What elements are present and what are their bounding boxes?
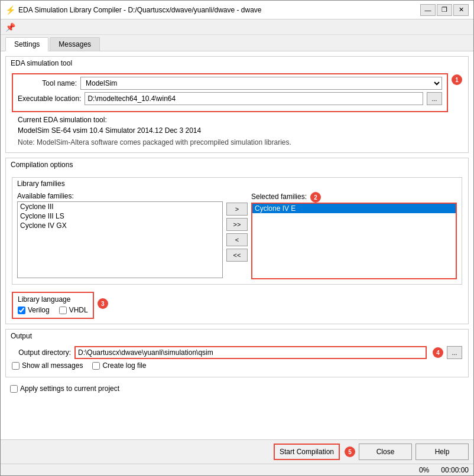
apply-settings-label: Apply settings to current project (20, 384, 119, 393)
pin-icon[interactable]: 📌 (5, 22, 15, 32)
library-language-label: Library language (18, 295, 88, 304)
compilation-section-title: Compilation options (6, 158, 468, 171)
apply-settings-row: Apply settings to current project (5, 382, 469, 395)
create-log-item[interactable]: Create log file (92, 361, 146, 370)
annotation-5: 5 (345, 446, 355, 457)
executable-label: Executable location: (18, 94, 81, 103)
tool-name-select[interactable]: ModelSim (80, 77, 442, 90)
current-eda-value: ModelSim SE-64 vsim 10.4 Simulator 2014.… (12, 125, 462, 136)
window-title: EDA Simulation Library Compiler - D:/Qua… (18, 6, 417, 14)
eda-section-inner: Tool name: ModelSim Executable location:… (6, 70, 468, 152)
window-controls: — ❐ ✕ (420, 4, 469, 16)
selected-families-box: Selected families: 2 Cyclone IV E (251, 192, 457, 279)
apply-settings-checkbox[interactable] (10, 385, 18, 393)
annotation-2: 2 (310, 192, 321, 203)
library-families-subsection: Library families Available families: Cyc… (12, 177, 462, 285)
close-button[interactable]: ✕ (453, 4, 469, 16)
executable-row: Executable location: ... (18, 92, 442, 105)
annotation-1: 1 (452, 74, 462, 85)
vhdl-checkbox[interactable] (59, 307, 67, 314)
executable-input[interactable] (85, 92, 423, 105)
status-bar: 0% 00:00:00 (1, 464, 473, 475)
output-directory-row: Output directory: 4 ... (12, 346, 462, 359)
add-all-btn[interactable]: >> (226, 218, 248, 231)
output-directory-label: Output directory: (12, 348, 71, 357)
verilog-checkbox-item[interactable]: Verilog (18, 306, 50, 314)
restore-button[interactable]: ❐ (437, 4, 452, 16)
start-btn-wrapper: Start Compilation 5 (274, 444, 355, 460)
remove-all-btn[interactable]: << (226, 249, 248, 262)
transfer-buttons: > >> < << (223, 203, 251, 262)
compilation-section-inner: Library families Available families: Cyc… (6, 171, 468, 324)
main-window: ⚡ EDA Simulation Library Compiler - D:/Q… (0, 0, 474, 476)
output-section-inner: Output directory: 4 ... Show all message… (6, 343, 468, 377)
app-icon: ⚡ (5, 5, 15, 15)
available-families-label: Available families: (17, 192, 223, 200)
vhdl-label: VHDL (69, 306, 88, 314)
verilog-checkbox[interactable] (18, 307, 25, 314)
remove-btn[interactable]: < (226, 233, 248, 246)
tab-bar: Settings Messages (1, 35, 473, 51)
create-log-label: Create log file (102, 361, 146, 370)
executable-browse-btn[interactable]: ... (427, 92, 442, 105)
close-button[interactable]: Close (359, 444, 412, 460)
tab-messages[interactable]: Messages (50, 37, 100, 51)
show-messages-label: Show all messages (22, 361, 83, 370)
library-families-inner: Available families: Cyclone III Cyclone … (12, 190, 462, 284)
annotation-4: 4 (433, 347, 443, 358)
show-messages-item[interactable]: Show all messages (12, 361, 83, 370)
annotation-3: 3 (98, 298, 108, 309)
language-checkbox-row: Verilog VHDL (18, 306, 88, 314)
show-messages-checkbox[interactable] (12, 362, 20, 370)
progress-text: 0% (419, 466, 429, 474)
compilation-section: Compilation options Library families Ava… (5, 158, 469, 324)
add-btn[interactable]: > (226, 203, 248, 216)
apply-settings-item[interactable]: Apply settings to current project (10, 384, 119, 393)
footer-buttons: Start Compilation 5 Close Help (1, 439, 473, 464)
families-layout: Available families: Cyclone III Cyclone … (17, 192, 457, 279)
available-families-box: Available families: Cyclone III Cyclone … (17, 192, 223, 278)
library-families-title: Library families (12, 178, 462, 190)
selected-families-list[interactable]: Cyclone IV E (251, 203, 457, 279)
output-directory-input[interactable] (74, 346, 427, 359)
eda-section-title: EDA simulation tool (6, 57, 468, 70)
create-log-checkbox[interactable] (92, 362, 100, 370)
list-item[interactable]: Cyclone IV E (252, 204, 456, 213)
library-language-section: Library language Verilog VHDL (12, 292, 94, 319)
output-section: Output Output directory: 4 ... Show all … (5, 329, 469, 377)
toolbar: 📌 (1, 19, 473, 35)
list-item[interactable]: Cyclone III (18, 202, 222, 211)
list-item[interactable]: Cyclone IV GX (18, 221, 222, 230)
title-bar: ⚡ EDA Simulation Library Compiler - D:/Q… (1, 1, 473, 19)
main-content: EDA simulation tool Tool name: ModelSim … (1, 51, 473, 439)
eda-simulation-section: EDA simulation tool Tool name: ModelSim … (5, 56, 469, 153)
eda-tool-box: Tool name: ModelSim Executable location:… (12, 73, 448, 112)
tool-name-label: Tool name: (18, 79, 77, 87)
list-item[interactable]: Cyclone III LS (18, 211, 222, 221)
output-browse-btn[interactable]: ... (447, 346, 462, 359)
help-button[interactable]: Help (415, 444, 469, 460)
verilog-label: Verilog (28, 306, 50, 314)
current-eda-label: Current EDA simulation tool: (12, 115, 462, 125)
time-text: 00:00:00 (441, 466, 469, 474)
tab-settings[interactable]: Settings (5, 37, 48, 51)
start-compilation-button[interactable]: Start Compilation (274, 444, 340, 460)
output-options-row: Show all messages Create log file (12, 361, 462, 370)
output-section-title: Output (6, 330, 468, 343)
library-language-row: Library language Verilog VHDL (12, 288, 462, 319)
selected-families-label: Selected families: (251, 193, 307, 201)
eda-note: Note: ModelSim-Altera software comes pac… (12, 137, 462, 148)
minimize-button[interactable]: — (420, 4, 436, 16)
vhdl-checkbox-item[interactable]: VHDL (59, 306, 88, 314)
available-families-list[interactable]: Cyclone III Cyclone III LS Cyclone IV GX (17, 201, 223, 278)
tool-name-row: Tool name: ModelSim (18, 77, 442, 90)
